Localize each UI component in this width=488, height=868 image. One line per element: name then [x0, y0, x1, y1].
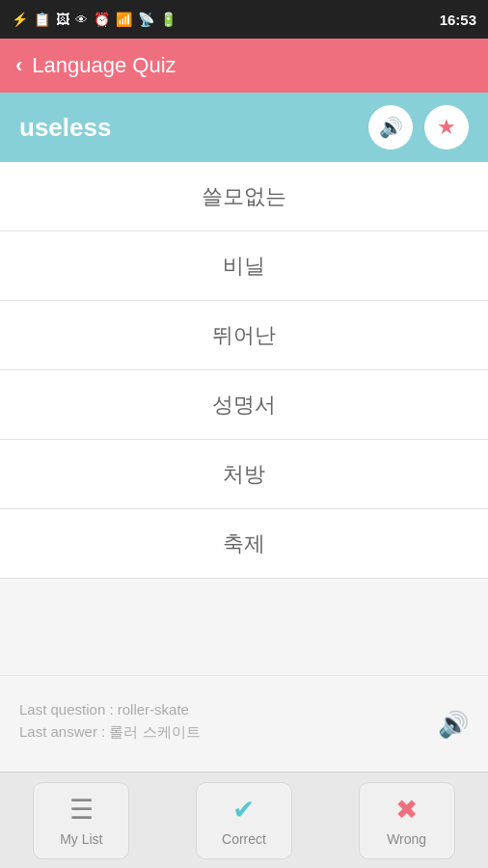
option-3-text: 뛰어난 — [212, 321, 276, 350]
word-display: useless — [19, 113, 111, 143]
title-bar: ‹ Language Quiz — [0, 39, 488, 93]
my-list-button[interactable]: ☰ My List — [33, 782, 129, 859]
eye-icon: 👁 — [75, 13, 88, 27]
last-question-text: Last question : roller-skate — [19, 701, 469, 718]
correct-label: Correct — [222, 831, 266, 847]
clipboard-icon: 📋 — [34, 12, 50, 27]
alarm-icon: ⏰ — [94, 12, 110, 27]
list-icon: ☰ — [69, 794, 94, 826]
status-bar: ⚡ 📋 🖼 👁 ⏰ 📶 📡 🔋 16:53 — [0, 0, 488, 39]
signal-icon: 📡 — [138, 12, 154, 27]
option-1[interactable]: 쓸모없는 — [0, 162, 488, 231]
last-info-panel: Last question : roller-skate Last answer… — [0, 675, 488, 772]
status-bar-left: ⚡ 📋 🖼 👁 ⏰ 📶 📡 🔋 — [12, 12, 176, 27]
main-content: useless 🔊 ★ 쓸모없는 비닐 뛰어난 성명서 처방 축제 — [0, 93, 488, 868]
correct-button[interactable]: ✔ Correct — [196, 782, 292, 859]
word-icons: 🔊 ★ — [368, 105, 469, 149]
speaker-icon: 🔊 — [379, 116, 403, 139]
option-3[interactable]: 뛰어난 — [0, 301, 488, 370]
my-list-label: My List — [60, 831, 102, 847]
time-display: 16:53 — [440, 12, 476, 28]
option-5-text: 처방 — [223, 460, 265, 489]
battery-icon: 🔋 — [160, 12, 176, 27]
back-button[interactable]: ‹ — [15, 53, 22, 78]
image-icon: 🖼 — [56, 12, 69, 27]
option-4[interactable]: 성명서 — [0, 370, 488, 440]
cross-icon: ✖ — [395, 794, 418, 826]
wrong-button[interactable]: ✖ Wrong — [359, 782, 455, 859]
star-icon: ★ — [437, 115, 456, 140]
bottom-nav: ☰ My List ✔ Correct ✖ Wrong — [0, 772, 488, 868]
option-6[interactable]: 축제 — [0, 509, 488, 579]
option-5[interactable]: 처방 — [0, 440, 488, 509]
last-speaker-icon[interactable]: 🔊 — [438, 709, 469, 739]
check-icon: ✔ — [232, 794, 255, 826]
option-4-text: 성명서 — [212, 391, 276, 420]
options-container: 쓸모없는 비닐 뛰어난 성명서 처방 축제 — [0, 162, 488, 675]
speaker-button[interactable]: 🔊 — [368, 105, 413, 149]
option-2[interactable]: 비닐 — [0, 231, 488, 301]
wrong-label: Wrong — [387, 831, 426, 847]
option-2-text: 비닐 — [223, 252, 265, 281]
page-title: Language Quiz — [32, 53, 176, 78]
word-card: useless 🔊 ★ — [0, 93, 488, 162]
favorite-button[interactable]: ★ — [424, 105, 469, 149]
option-6-text: 축제 — [223, 529, 265, 558]
last-answer-text: Last answer : 롤러 스케이트 — [19, 723, 469, 742]
usb-icon: ⚡ — [12, 12, 28, 27]
option-1-text: 쓸모없는 — [202, 182, 286, 211]
wifi-icon: 📶 — [116, 12, 132, 27]
